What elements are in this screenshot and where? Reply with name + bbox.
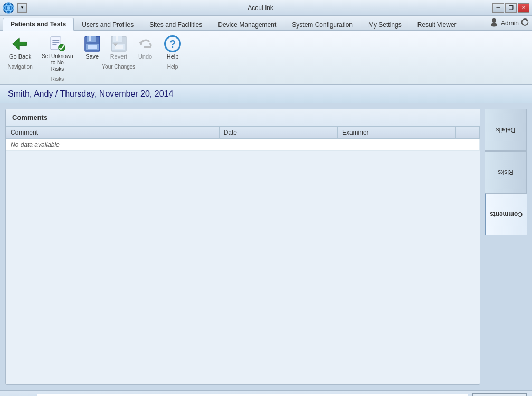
set-unknown-icon	[49, 35, 66, 52]
close-button[interactable]: ✕	[518, 3, 529, 13]
svg-marker-7	[13, 38, 27, 49]
comments-table: Comment Date Examiner No data available	[6, 126, 480, 384]
tab-sysconfig[interactable]: System Configuration	[284, 18, 360, 31]
right-sidebar: Details Risks Comments	[484, 109, 527, 385]
window-controls: ─ ❐ ✕	[492, 3, 529, 13]
set-unknown-button[interactable]: Set Unknown to No Risks	[37, 33, 78, 75]
page-header: Smith, Andy / Thursday, November 20, 201…	[0, 85, 532, 103]
admin-label: Admin	[501, 20, 519, 27]
sidebar-tab-details[interactable]: Details	[484, 109, 527, 151]
main-content: Comments Comment Date Examiner No data a…	[0, 103, 532, 390]
save-button[interactable]: Save	[79, 33, 106, 63]
app-title: AccuLink	[28, 4, 492, 12]
toolbar-risks-group: Set Unknown to No Risks Risks	[37, 33, 78, 82]
undo-label: Undo	[138, 53, 152, 60]
toolbar-help-group: ? Help Help	[159, 33, 186, 70]
restore-button[interactable]: ❐	[505, 3, 517, 13]
svg-rect-15	[89, 36, 91, 41]
help-icon: ?	[164, 35, 181, 52]
tab-patients[interactable]: Patients and Tests	[3, 18, 74, 31]
sidebar-tab-comments[interactable]: Comments	[484, 193, 527, 235]
add-comment-button[interactable]: Add Comment	[472, 393, 527, 396]
svg-point-3	[7, 6, 10, 10]
save-icon	[84, 35, 101, 52]
col-actions	[456, 127, 480, 139]
revert-label: Revert	[110, 53, 127, 60]
save-label: Save	[86, 53, 99, 60]
comments-panel: Comments Comment Date Examiner No data a…	[5, 109, 480, 385]
tab-settings[interactable]: My Settings	[360, 18, 410, 31]
tab-sites[interactable]: Sites and Facilities	[141, 18, 210, 31]
menu-bar: Patients and Tests Users and Profiles Si…	[0, 16, 532, 31]
tab-results[interactable]: Result Viewer	[410, 18, 464, 31]
dropdown-button[interactable]: ▼	[17, 3, 27, 13]
help-button[interactable]: ? Help	[159, 33, 186, 63]
col-comment: Comment	[6, 127, 220, 139]
revert-button[interactable]: Revert	[106, 33, 132, 63]
risks-group-label: Risks	[37, 75, 78, 82]
svg-point-4	[492, 18, 496, 23]
comments-panel-title: Comments	[6, 109, 480, 126]
set-unknown-label: Set Unknown to No Risks	[42, 53, 73, 72]
admin-refresh-icon[interactable]	[521, 18, 529, 28]
page-title: Smith, Andy / Thursday, November 20, 201…	[8, 89, 173, 98]
svg-rect-20	[116, 36, 118, 41]
navigation-group-label: Navigation	[4, 63, 36, 70]
svg-point-5	[491, 23, 497, 27]
svg-rect-17	[88, 45, 97, 49]
toolbar-changes-group: Save Revert	[79, 33, 158, 70]
col-date: Date	[219, 127, 337, 139]
undo-icon	[137, 35, 154, 52]
changes-group-label: Your Changes	[79, 63, 158, 70]
go-back-icon	[12, 35, 28, 52]
title-bar: ▼ AccuLink ─ ❐ ✕	[0, 0, 532, 16]
table-row: No data available	[6, 139, 480, 151]
toolbar: Go Back Navigation	[0, 31, 532, 85]
bottom-bar: Comment Add Comment	[0, 390, 532, 396]
sidebar-tab-risks[interactable]: Risks	[484, 151, 527, 193]
tab-devices[interactable]: Device Management	[210, 18, 284, 31]
help-group-label: Help	[159, 63, 186, 70]
go-back-label: Go Back	[9, 53, 31, 60]
go-back-button[interactable]: Go Back	[4, 33, 36, 63]
app-icon	[3, 2, 15, 14]
help-label: Help	[167, 53, 179, 60]
no-data-cell: No data available	[6, 139, 480, 151]
comment-input[interactable]	[37, 394, 468, 396]
col-examiner: Examiner	[337, 127, 455, 139]
admin-area[interactable]: Admin	[489, 17, 529, 30]
undo-button[interactable]: Undo	[132, 33, 158, 63]
revert-icon	[110, 35, 127, 52]
admin-icon	[489, 17, 499, 29]
tab-users[interactable]: Users and Profiles	[74, 18, 141, 31]
toolbar-navigation-group: Go Back Navigation	[4, 33, 36, 70]
minimize-button[interactable]: ─	[492, 3, 504, 13]
